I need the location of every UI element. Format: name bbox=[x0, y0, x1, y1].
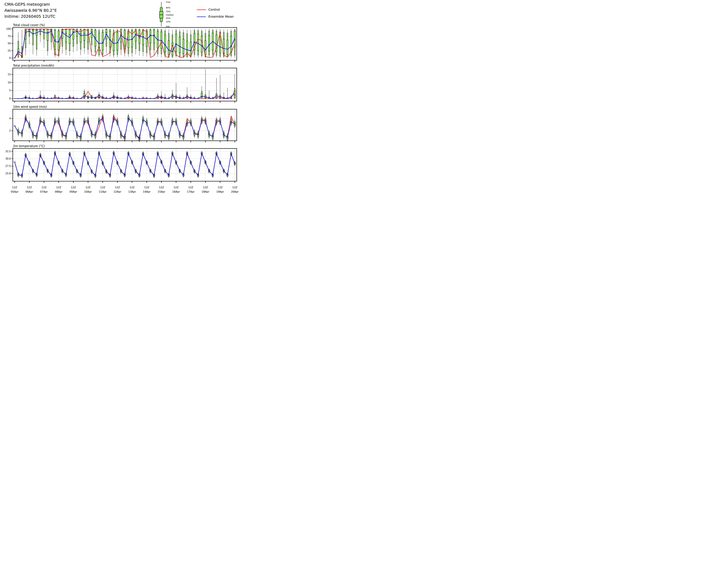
ytick-label: 25.0 bbox=[5, 172, 11, 175]
xtick-hour-label: 12Z bbox=[27, 186, 32, 189]
xtick-day-label: 08Apr bbox=[55, 190, 62, 193]
xtick-hour-label: 12Z bbox=[100, 186, 105, 189]
ytick-label: 5 bbox=[9, 89, 11, 92]
xtick-hour-label: 12Z bbox=[144, 186, 149, 189]
xtick-hour-label: 12Z bbox=[85, 186, 90, 189]
ytick-label: 50 bbox=[8, 42, 11, 45]
xtick-day-label: 17Apr bbox=[187, 190, 194, 193]
xtick-hour-label: 12Z bbox=[159, 186, 164, 189]
ytick-label: 4 bbox=[9, 117, 11, 120]
xtick-day-label: 11Apr bbox=[99, 190, 107, 193]
xtick-day-label: 07Apr bbox=[40, 190, 48, 193]
xtick-day-label: 10Apr bbox=[84, 190, 92, 193]
panel-precip: 051015 bbox=[8, 68, 237, 103]
xtick-hour-label: 12Z bbox=[56, 186, 61, 189]
ytick-label: 2 bbox=[9, 129, 11, 132]
ytick-label: 75 bbox=[8, 35, 11, 38]
xtick-hour-label: 12Z bbox=[188, 186, 193, 189]
meteogram-page: { "header": { "line1": "CMA-GEPS meteogr… bbox=[0, 0, 243, 195]
xtick-hour-label: 12Z bbox=[71, 186, 76, 189]
xtick-day-label: 19Apr bbox=[216, 190, 224, 193]
xtick-day-label: 13Apr bbox=[128, 190, 136, 193]
panel-wind: 24 bbox=[9, 109, 237, 142]
meteogram-chart: 02550751000510152425.027.530.032.512Z05A… bbox=[0, 0, 243, 195]
xtick-day-label: 20Apr bbox=[231, 190, 239, 193]
xtick-hour-label: 12Z bbox=[12, 186, 17, 189]
ytick-label: 25 bbox=[8, 49, 11, 52]
xtick-day-label: 05Apr bbox=[11, 190, 19, 193]
xtick-day-label: 06Apr bbox=[25, 190, 33, 193]
xtick-day-label: 12Apr bbox=[113, 190, 121, 193]
xtick-hour-label: 12Z bbox=[130, 186, 135, 189]
xtick-day-label: 14Apr bbox=[143, 190, 151, 193]
ytick-label: 0 bbox=[9, 97, 11, 100]
ytick-label: 15 bbox=[8, 73, 11, 76]
xtick-day-label: 15Apr bbox=[158, 190, 165, 193]
ytick-label: 27.5 bbox=[5, 165, 11, 167]
ytick-label: 32.5 bbox=[5, 150, 11, 153]
xtick-day-label: 09Apr bbox=[70, 190, 77, 193]
xtick-day-label: 18Apr bbox=[202, 190, 209, 193]
ytick-label: 30.0 bbox=[5, 157, 11, 160]
xtick-hour-label: 12Z bbox=[217, 186, 223, 189]
xtick-day-label: 16Apr bbox=[172, 190, 180, 193]
xtick-hour-label: 12Z bbox=[115, 186, 120, 189]
ytick-label: 10 bbox=[8, 81, 11, 84]
xtick-hour-label: 12Z bbox=[203, 186, 208, 189]
xtick-hour-label: 12Z bbox=[174, 186, 179, 189]
xtick-hour-label: 12Z bbox=[42, 186, 47, 189]
ytick-label: 100 bbox=[6, 28, 11, 30]
panel-temp: 25.027.530.032.5 bbox=[5, 149, 237, 183]
ytick-label: 0 bbox=[9, 57, 11, 59]
xtick-hour-label: 12Z bbox=[232, 186, 237, 189]
panel-cloud: 0255075100 bbox=[6, 28, 237, 62]
